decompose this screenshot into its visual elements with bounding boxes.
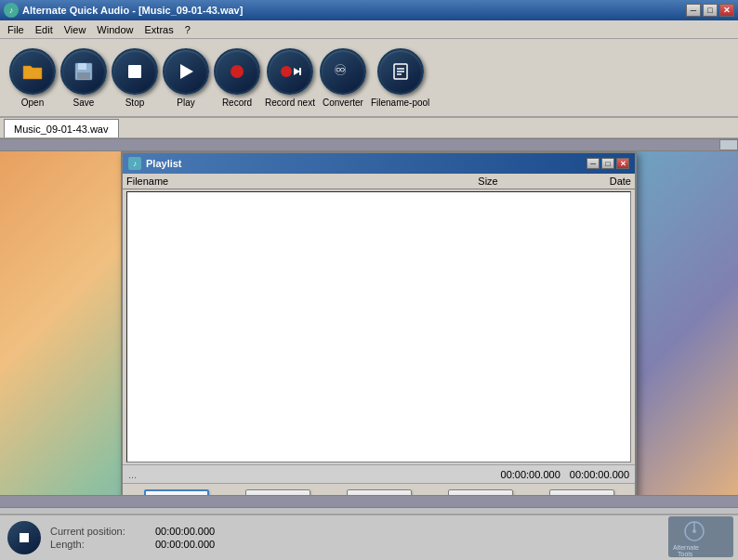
playlist-content — [126, 191, 631, 462]
bottom-bar: Current position: 00:00:00.000 Length: 0… — [0, 514, 738, 560]
converter-label: Converter — [323, 98, 363, 108]
svg-rect-2 — [77, 72, 90, 79]
open-button[interactable]: Open — [9, 48, 56, 108]
svg-point-5 — [231, 65, 244, 78]
record-icon — [214, 48, 260, 95]
play-icon — [163, 48, 209, 95]
menu-view[interactable]: View — [59, 22, 92, 37]
playlist-header: Filename Size Date — [123, 174, 635, 189]
col-date: Date — [507, 176, 631, 187]
svg-marker-7 — [294, 68, 300, 75]
playlist-clear-button[interactable]: Clear — [347, 489, 412, 496]
open-icon — [9, 48, 56, 95]
position-info: Current position: 00:00:00.000 Length: 0… — [50, 526, 215, 550]
playlist-add-button[interactable]: Add — [144, 489, 209, 496]
col-size: Size — [375, 176, 507, 187]
toolbar: Open Save Stop Play — [0, 39, 738, 118]
menu-extras[interactable]: Extras — [138, 22, 178, 37]
stop-circle-button[interactable] — [7, 521, 41, 554]
playlist-status-dots: ... — [128, 469, 137, 480]
close-button[interactable]: ✕ — [719, 4, 734, 17]
playlist-time-info: 00:00:00.000 00:00:00.000 — [501, 469, 629, 480]
playlist-maximize-button[interactable]: □ — [601, 158, 614, 169]
svg-rect-14 — [20, 533, 29, 542]
maximize-button[interactable]: □ — [703, 4, 718, 17]
menu-edit[interactable]: Edit — [30, 22, 59, 37]
playlist-stop-button[interactable]: Stop — [549, 489, 614, 496]
record-label: Record — [222, 98, 252, 108]
playlist-titlebar: ♪ Playlist ─ □ ✕ — [123, 153, 635, 174]
length-value: 00:00:00.000 — [155, 539, 215, 550]
tab-music-file[interactable]: Music_09-01-43.wav — [4, 119, 119, 137]
svg-text:Tools: Tools — [678, 551, 693, 557]
svg-text:♾: ♾ — [334, 62, 347, 78]
length-label: Length: — [50, 539, 148, 550]
svg-rect-3 — [128, 65, 141, 78]
playlist-dialog: ♪ Playlist ─ □ ✕ Filename Size Date ... … — [121, 151, 637, 495]
save-icon — [60, 48, 107, 95]
app-icon: ♪ — [4, 3, 19, 18]
playlist-close-button[interactable]: ✕ — [616, 158, 629, 169]
stop-label: Stop — [125, 98, 145, 108]
svg-point-6 — [281, 66, 292, 77]
record-next-label: Record next — [265, 98, 315, 108]
scroll-indicator-top[interactable] — [719, 139, 738, 150]
playlist-minimize-button[interactable]: ─ — [586, 158, 600, 169]
menu-bar: File Edit View Window Extras ? — [0, 20, 738, 39]
svg-rect-1 — [78, 63, 86, 70]
save-label: Save — [73, 98, 95, 108]
length-row: Length: 00:00:00.000 — [50, 539, 215, 550]
progress-bar-bottom[interactable] — [0, 495, 738, 508]
svg-point-18 — [692, 529, 696, 533]
playlist-time1: 00:00:00.000 — [501, 469, 560, 480]
current-position-value: 00:00:00.000 — [155, 526, 215, 537]
minimize-button[interactable]: ─ — [686, 4, 701, 17]
playlist-time2: 00:00:00.000 — [570, 469, 629, 480]
svg-marker-4 — [180, 64, 193, 79]
record-next-button[interactable]: Record next — [265, 48, 315, 108]
playlist-statusbar: ... 00:00:00.000 00:00:00.000 — [123, 464, 635, 483]
menu-help[interactable]: ? — [179, 22, 196, 37]
menu-window[interactable]: Window — [91, 22, 138, 37]
save-button[interactable]: Save — [60, 48, 107, 108]
open-label: Open — [21, 98, 44, 108]
current-position-label: Current position: — [50, 526, 148, 537]
filename-pool-icon — [377, 48, 424, 95]
stop-icon — [112, 48, 158, 95]
logo-area: Alternate Tools — [664, 514, 738, 560]
col-filename: Filename — [126, 176, 375, 187]
playlist-buttons: Add Remove Clear Play Stop — [123, 483, 635, 495]
play-button[interactable]: Play — [163, 48, 209, 108]
window-controls: ─ □ ✕ — [686, 4, 734, 17]
menu-file[interactable]: File — [2, 22, 30, 37]
playlist-play-button[interactable]: Play — [448, 489, 513, 496]
stop-toolbar-button[interactable]: Stop — [112, 48, 158, 108]
converter-button[interactable]: ♾ Converter — [320, 48, 366, 108]
record-button[interactable]: Record — [214, 48, 260, 108]
window-title: Alternate Quick Audio - [Music_09-01-43.… — [22, 5, 686, 16]
current-position-row: Current position: 00:00:00.000 — [50, 526, 215, 537]
svg-text:Alternate: Alternate — [673, 544, 699, 551]
title-bar: ♪ Alternate Quick Audio - [Music_09-01-4… — [0, 0, 738, 20]
play-label: Play — [177, 98, 194, 108]
filename-pool-button[interactable]: Filename-pool — [371, 48, 429, 108]
filename-pool-label: Filename-pool — [371, 98, 429, 108]
playlist-window-controls: ─ □ ✕ — [586, 158, 629, 169]
playlist-remove-button[interactable]: Remove — [245, 489, 310, 496]
converter-icon: ♾ — [320, 48, 366, 95]
progress-bar-top[interactable] — [0, 138, 738, 151]
playlist-title: Playlist — [146, 158, 586, 169]
tab-strip: Music_09-01-43.wav — [0, 118, 738, 138]
playlist-icon: ♪ — [128, 157, 141, 170]
main-area: ♪ Playlist ─ □ ✕ Filename Size Date ... … — [0, 151, 738, 495]
record-next-icon — [267, 48, 313, 95]
